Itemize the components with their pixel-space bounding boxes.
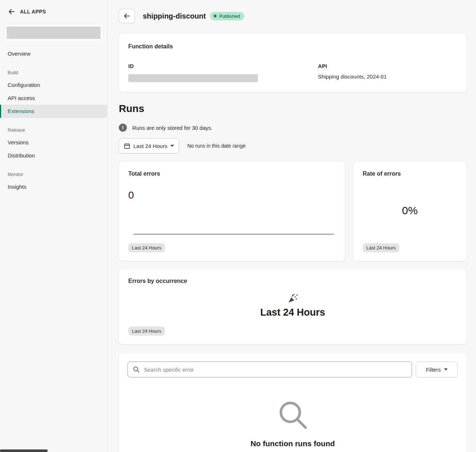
status-badge-label: Published — [219, 13, 240, 19]
rate-of-errors-center: 0% — [363, 177, 457, 243]
function-details-title: Function details — [128, 43, 457, 50]
sidebar-item-distribution[interactable]: Distribution — [0, 149, 107, 162]
sidebar-item-insights[interactable]: Insights — [0, 180, 107, 193]
back-button[interactable] — [119, 9, 135, 23]
horizontal-scrollbar-thumb[interactable] — [0, 449, 48, 452]
errors-by-occurrence-card: Errors by occurrence Last 24 Hours Last … — [119, 269, 467, 344]
rate-of-errors-title: Rate of errors — [363, 170, 457, 177]
total-errors-title: Total errors — [128, 170, 335, 177]
runs-retention-note: Runs are only stored for 30 days. — [132, 125, 213, 131]
sidebar-item-api-access[interactable]: API access — [0, 92, 107, 105]
function-runs-card: Filters No function runs found — [119, 353, 467, 452]
arrow-left-icon — [123, 12, 130, 20]
confetti-icon — [287, 293, 298, 303]
all-apps-back[interactable]: ALL APPS — [0, 8, 107, 15]
rate-of-errors-card: Rate of errors 0% Last 24 Hours — [353, 161, 467, 261]
app-name-redacted[interactable] — [5, 25, 102, 41]
function-id-redacted — [128, 74, 258, 82]
function-id-column: ID — [128, 63, 318, 82]
rate-of-errors-range-badge: Last 24 Hours — [363, 243, 399, 252]
date-filter-row: Last 24 Hours No runs in this date range — [119, 138, 467, 153]
info-icon — [119, 124, 127, 132]
sidebar-item-overview[interactable]: Overview — [0, 47, 107, 60]
rate-of-errors-value: 0% — [402, 204, 417, 217]
errors-by-occurrence-range-badge: Last 24 Hours — [128, 327, 165, 336]
no-runs-in-range-text: No runs in this date range — [187, 143, 245, 149]
function-details-grid: ID API Shipping discounts, 2024-01 — [128, 63, 457, 82]
chevron-down-icon — [444, 368, 448, 371]
function-details-card: Function details ID API Shipping discoun… — [119, 33, 467, 92]
empty-state: No function runs found — [128, 399, 458, 448]
errors-by-occurrence-empty: Last 24 Hours — [128, 285, 457, 327]
filters-button-label: Filters — [426, 367, 441, 373]
search-input[interactable] — [128, 361, 412, 377]
chevron-down-icon — [170, 145, 174, 147]
function-api-value: Shipping discounts, 2024-01 — [318, 73, 457, 81]
main-content: shipping-discount Published Function det… — [108, 0, 476, 452]
date-range-button[interactable]: Last 24 Hours — [119, 138, 179, 153]
sidebar-nav: Overview Build Configuration API access … — [0, 47, 107, 193]
calendar-icon — [124, 143, 130, 149]
no-function-runs-title: No function runs found — [250, 439, 335, 448]
sidebar-item-extensions[interactable]: Extensions — [0, 105, 107, 118]
search-field-wrap — [128, 361, 412, 377]
arrow-left-icon — [8, 8, 15, 15]
sidebar-item-versions[interactable]: Versions — [0, 136, 107, 149]
errors-line-chart — [133, 234, 334, 235]
status-dot-icon — [214, 15, 217, 17]
sidebar-section-release: Release — [0, 127, 107, 136]
runs-info-row: Runs are only stored for 30 days. — [119, 124, 467, 132]
errors-by-occurrence-range-text: Last 24 Hours — [260, 307, 325, 318]
function-api-label: API — [318, 63, 457, 70]
redacted-block — [7, 27, 101, 39]
date-range-label: Last 24 Hours — [133, 143, 167, 149]
function-id-label: ID — [128, 63, 318, 70]
filters-button[interactable]: Filters — [416, 361, 458, 377]
total-errors-range-badge: Last 24 Hours — [128, 243, 165, 252]
status-badge: Published — [210, 12, 244, 20]
sidebar-section-monitor: Monitor — [0, 171, 107, 180]
search-row: Filters — [128, 361, 458, 377]
sidebar-item-configuration[interactable]: Configuration — [0, 79, 107, 92]
runs-heading: Runs — [119, 103, 467, 115]
page-title: shipping-discount — [143, 12, 206, 20]
metrics-row: Total errors 0 Last 24 Hours Rate of err… — [119, 161, 467, 261]
total-errors-card: Total errors 0 Last 24 Hours — [119, 161, 345, 261]
errors-by-occurrence-title: Errors by occurrence — [128, 277, 457, 285]
all-apps-label: ALL APPS — [20, 9, 46, 15]
magnifier-icon — [277, 399, 309, 431]
sidebar: ALL APPS Overview Build Configuration AP… — [0, 0, 108, 452]
search-icon — [133, 366, 140, 373]
total-errors-value: 0 — [128, 189, 335, 201]
page-header: shipping-discount Published — [119, 9, 467, 23]
sidebar-section-build: Build — [0, 69, 107, 79]
function-api-column: API Shipping discounts, 2024-01 — [318, 63, 457, 82]
